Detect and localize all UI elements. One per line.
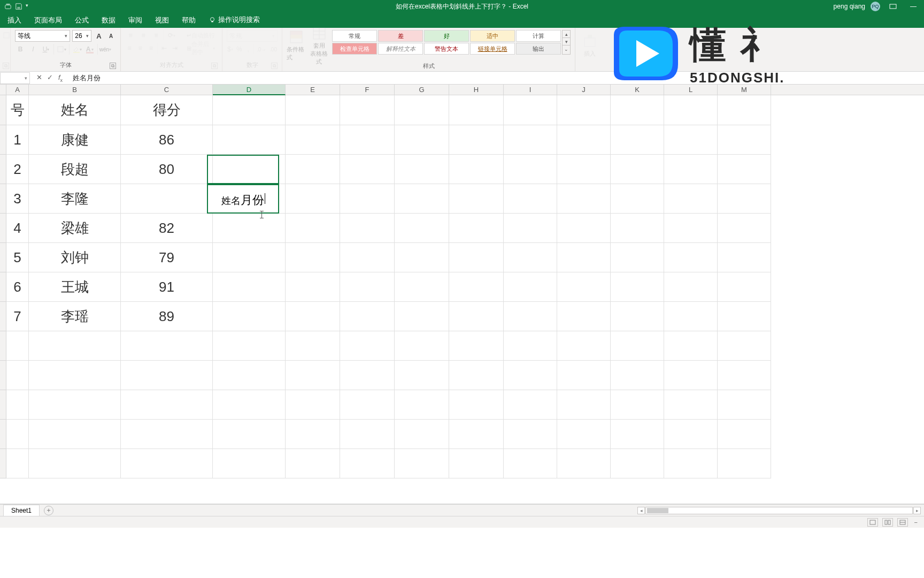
cell[interactable]: 82 bbox=[121, 214, 213, 243]
style-linked[interactable]: 链接单元格 bbox=[470, 43, 515, 55]
cell[interactable] bbox=[664, 390, 718, 420]
styles-gallery-scroll[interactable]: ▴ ▾ ⌄ bbox=[562, 30, 571, 55]
cell[interactable]: 李隆 bbox=[29, 184, 121, 214]
cell[interactable] bbox=[611, 272, 664, 302]
cell[interactable] bbox=[286, 95, 340, 125]
qat-dropdown-icon[interactable]: ▾ bbox=[26, 3, 33, 10]
merge-center-button[interactable]: ⊞ 合并后居中▾ bbox=[184, 43, 218, 54]
user-name[interactable]: peng qiang bbox=[834, 3, 865, 10]
scroll-left-icon[interactable]: ◂ bbox=[637, 507, 645, 514]
cell[interactable]: 79 bbox=[121, 243, 213, 272]
font-name-select[interactable]: 等线▾ bbox=[15, 30, 70, 42]
row-header[interactable] bbox=[0, 449, 6, 478]
cell[interactable] bbox=[664, 155, 718, 184]
comma-button[interactable]: , bbox=[245, 44, 252, 55]
cell[interactable] bbox=[29, 420, 121, 449]
cell[interactable] bbox=[286, 331, 340, 361]
insert-function-button[interactable]: fx bbox=[56, 73, 65, 83]
column-header-C[interactable]: C bbox=[121, 85, 213, 95]
cell[interactable] bbox=[664, 449, 718, 478]
orientation-button[interactable]: ⟳▾ bbox=[166, 30, 177, 41]
clipboard-dialog-icon[interactable]: ⧉ bbox=[3, 63, 9, 69]
align-right-button[interactable]: ≡ bbox=[147, 43, 155, 54]
cell[interactable] bbox=[213, 243, 286, 272]
cell[interactable] bbox=[718, 449, 771, 478]
cell[interactable] bbox=[213, 95, 286, 125]
cell[interactable] bbox=[449, 243, 504, 272]
column-header-L[interactable]: L bbox=[664, 85, 718, 95]
row-header[interactable] bbox=[0, 243, 6, 272]
cell[interactable]: 李瑶 bbox=[29, 302, 121, 331]
number-format-select[interactable]: 常规▾ bbox=[227, 30, 278, 42]
cell[interactable]: 89 bbox=[121, 302, 213, 331]
page-layout-view-button[interactable] bbox=[882, 518, 893, 527]
cell[interactable] bbox=[29, 449, 121, 478]
cell[interactable]: 王城 bbox=[29, 272, 121, 302]
tab-help[interactable]: 帮助 bbox=[176, 12, 201, 28]
increase-font-button[interactable]: A bbox=[94, 31, 104, 41]
save-icon[interactable] bbox=[15, 3, 22, 10]
cell[interactable] bbox=[504, 184, 557, 214]
cell[interactable] bbox=[504, 125, 557, 155]
cell[interactable] bbox=[718, 125, 771, 155]
paste-button[interactable] bbox=[1, 30, 12, 41]
cell[interactable] bbox=[449, 390, 504, 420]
cell[interactable]: 6 bbox=[6, 272, 29, 302]
cell[interactable] bbox=[664, 214, 718, 243]
cell[interactable] bbox=[395, 184, 449, 214]
cell[interactable] bbox=[611, 420, 664, 449]
cell[interactable] bbox=[286, 302, 340, 331]
wrap-text-button[interactable]: ↵ 自动换行 bbox=[184, 30, 218, 41]
cell[interactable] bbox=[286, 390, 340, 420]
cell[interactable] bbox=[611, 243, 664, 272]
align-center-button[interactable]: ≡ bbox=[136, 43, 144, 54]
cell[interactable] bbox=[557, 214, 611, 243]
tab-insert[interactable]: 插入 bbox=[2, 12, 27, 28]
cell[interactable] bbox=[611, 184, 664, 214]
cancel-edit-button[interactable]: ✕ bbox=[34, 73, 44, 83]
cell[interactable]: 4 bbox=[6, 214, 29, 243]
column-header-J[interactable]: J bbox=[557, 85, 611, 95]
cell[interactable] bbox=[121, 449, 213, 478]
sheet-tab-active[interactable]: Sheet1 bbox=[3, 505, 40, 516]
cell[interactable] bbox=[718, 331, 771, 361]
decrease-font-button[interactable]: A bbox=[106, 31, 116, 41]
cell[interactable] bbox=[6, 390, 29, 420]
tab-review[interactable]: 审阅 bbox=[123, 12, 148, 28]
cell[interactable] bbox=[286, 449, 340, 478]
select-all-corner[interactable] bbox=[0, 85, 6, 95]
cell[interactable] bbox=[664, 420, 718, 449]
tell-me-search[interactable]: 操作说明搜索 bbox=[203, 12, 265, 28]
cell[interactable] bbox=[121, 331, 213, 361]
cell[interactable]: 得分 bbox=[121, 95, 213, 125]
cell[interactable] bbox=[6, 420, 29, 449]
horizontal-scrollbar[interactable]: ◂ ▸ bbox=[637, 507, 921, 514]
cell[interactable] bbox=[611, 331, 664, 361]
cell[interactable] bbox=[718, 95, 771, 125]
column-header-K[interactable]: K bbox=[611, 85, 664, 95]
cell[interactable] bbox=[449, 331, 504, 361]
cell[interactable] bbox=[340, 125, 395, 155]
cell[interactable] bbox=[6, 331, 29, 361]
formula-input[interactable]: 姓名月份 bbox=[70, 73, 924, 83]
cell[interactable] bbox=[611, 449, 664, 478]
cell[interactable] bbox=[664, 184, 718, 214]
normal-view-button[interactable] bbox=[867, 518, 878, 527]
tab-data[interactable]: 数据 bbox=[96, 12, 121, 28]
cell[interactable] bbox=[611, 125, 664, 155]
tab-formulas[interactable]: 公式 bbox=[70, 12, 94, 28]
cell[interactable]: 7 bbox=[6, 302, 29, 331]
zoom-out-button[interactable]: − bbox=[912, 519, 920, 526]
alignment-dialog-icon[interactable]: ⧉ bbox=[211, 63, 218, 69]
cell[interactable] bbox=[557, 125, 611, 155]
format-as-table-button[interactable]: 套用 表格格式 bbox=[310, 30, 329, 61]
style-calculation[interactable]: 计算 bbox=[516, 30, 561, 42]
fill-color-button[interactable]: ▾ bbox=[72, 44, 82, 55]
cell[interactable] bbox=[286, 184, 340, 214]
cell[interactable] bbox=[449, 155, 504, 184]
column-header-A[interactable]: A bbox=[6, 85, 29, 95]
worksheet-grid[interactable]: ABCDEFGHIJKLM 号姓名得分1康健862段超803李隆4梁雄825刘钟… bbox=[0, 85, 924, 504]
cell[interactable] bbox=[449, 95, 504, 125]
percent-button[interactable]: % bbox=[236, 44, 243, 55]
cell[interactable] bbox=[449, 449, 504, 478]
